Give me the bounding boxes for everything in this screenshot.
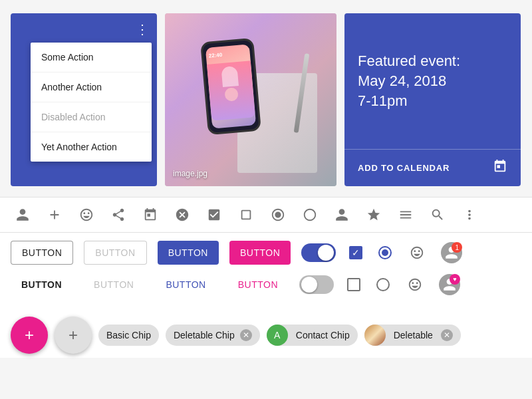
button-outlined-disabled: BUTTON [84, 241, 146, 265]
image-card-background: 22:40 [165, 13, 336, 186]
chip-basic-label: Basic Chip [106, 330, 151, 340]
button-text-disabled: BUTTON [83, 273, 144, 297]
toggle-knob-on [318, 245, 334, 261]
icons-row [0, 197, 532, 233]
chip-contact[interactable]: A Contact Chip [267, 325, 358, 346]
chips-and-fabs-row: + + Basic Chip Deletable Chip ✕ A Contac… [0, 313, 532, 358]
chip-contact-avatar: A [267, 325, 288, 346]
button-text-blue[interactable]: BUTTON [155, 273, 216, 297]
menu-item-another-action[interactable]: Another Action [31, 72, 152, 102]
notification-badge-2: ♥ [450, 274, 460, 285]
radio-button-unchecked-icon[interactable] [298, 203, 322, 227]
add-to-calendar-button[interactable]: ADD TO CALENDAR [358, 163, 450, 173]
chip-deletable-photo-label: Deletable [394, 330, 433, 340]
chip-deletable-label: Deletable Chip [174, 330, 235, 340]
chip-delete-icon[interactable]: ✕ [240, 329, 252, 341]
menu-item-disabled-action: Disabled Action [31, 102, 152, 132]
add-icon[interactable] [43, 203, 66, 227]
event-title: Featured event:May 24, 20187-11pm [358, 51, 507, 110]
menu-icon[interactable] [394, 203, 418, 227]
close-circle-icon[interactable] [170, 203, 194, 227]
chip-deletable-photo-delete[interactable]: ✕ [441, 329, 453, 341]
button-outlined-default[interactable]: BUTTON [11, 241, 73, 265]
button-text-default[interactable]: BUTTON [11, 273, 72, 297]
chip-deletable[interactable]: Deletable Chip ✕ [166, 325, 260, 346]
checkbox-checked[interactable]: ✓ [346, 243, 365, 262]
menu-card-header: ⋮ [11, 13, 157, 45]
image-card: 22:40 image.jpg [165, 13, 336, 186]
chip-contact-label: Contact Chip [296, 330, 350, 340]
calendar-small-icon[interactable] [138, 203, 162, 227]
person-small-icon[interactable] [330, 203, 354, 227]
chip-deletable-photo[interactable]: Deletable ✕ [364, 325, 461, 346]
smiley-icon-row2[interactable] [403, 273, 427, 297]
event-content: Featured event:May 24, 20187-11pm [344, 13, 521, 149]
event-footer: ADD TO CALENDAR [344, 149, 521, 186]
more-vert-icon[interactable] [458, 203, 481, 227]
share-icon[interactable] [106, 203, 130, 227]
fab-grey[interactable]: + [55, 317, 92, 354]
smiley-icon-row1[interactable] [405, 241, 429, 265]
radio-checked[interactable] [376, 243, 394, 262]
event-card: Featured event:May 24, 20187-11pm ADD TO… [344, 13, 521, 186]
chip-photo-avatar [364, 325, 386, 346]
more-options-icon[interactable]: ⋮ [136, 21, 149, 37]
toggle-knob-off [301, 277, 317, 293]
menu-item-some-action[interactable]: Some Action [31, 43, 152, 72]
button-filled-pink[interactable]: BUTTON [229, 241, 291, 265]
menu-item-yet-another-action[interactable]: Yet Another Action [31, 132, 152, 162]
radio-button-icon[interactable] [266, 203, 290, 227]
dropdown-menu: Some Action Another Action Disabled Acti… [31, 43, 152, 162]
crop-square-icon[interactable] [234, 203, 258, 227]
avatar-with-badge-1[interactable]: 1 [440, 241, 464, 265]
buttons-row-1: BUTTON BUTTON BUTTON BUTTON ✓ 1 [11, 241, 521, 265]
image-filename-label: image.jpg [173, 169, 207, 178]
button-text-pink[interactable]: BUTTON [227, 273, 289, 297]
avatar-with-badge-2[interactable]: ♥ [438, 273, 462, 297]
star-icon[interactable] [362, 203, 386, 227]
top-section: ⋮ Some Action Another Action Disabled Ac… [0, 0, 532, 197]
search-icon[interactable] [426, 203, 450, 227]
menu-card: ⋮ Some Action Another Action Disabled Ac… [11, 13, 157, 186]
buttons-row-2: BUTTON BUTTON BUTTON BUTTON ♥ [11, 273, 521, 297]
fab-pink[interactable]: + [11, 317, 48, 354]
toggle-switch-off[interactable] [299, 275, 334, 294]
radio-unchecked[interactable] [374, 275, 392, 294]
calendar-icon [493, 159, 507, 177]
person-icon[interactable] [11, 203, 35, 227]
emoji-icon[interactable] [74, 203, 98, 227]
checkbox-unchecked[interactable] [344, 275, 363, 294]
buttons-section: BUTTON BUTTON BUTTON BUTTON ✓ 1 [0, 233, 532, 313]
check-box-icon[interactable] [202, 203, 226, 227]
chip-basic[interactable]: Basic Chip [98, 325, 159, 346]
toggle-switch-on[interactable] [301, 243, 336, 262]
button-filled-blue[interactable]: BUTTON [158, 241, 219, 265]
